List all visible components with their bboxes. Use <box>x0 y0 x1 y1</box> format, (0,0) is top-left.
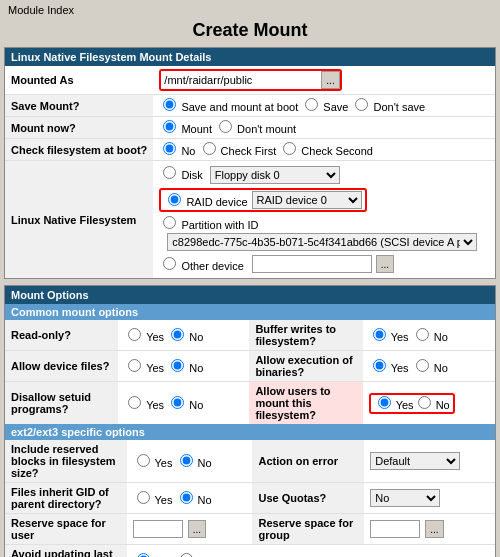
check-fs-row: Check filesystem at boot? No Check First… <box>5 139 495 161</box>
linux-native-fs-value: Disk Floppy disk 0 RAID device RAID devi… <box>153 161 495 279</box>
allow-users-highlight: Yes No <box>369 393 455 414</box>
allow-users-mount-value: Yes No <box>363 382 495 425</box>
reserve-user-browse-btn[interactable]: ... <box>188 520 206 538</box>
disallow-setuid-yes[interactable]: Yes <box>124 399 164 411</box>
ext-options-header: ext2/ext3 specific options <box>5 424 495 440</box>
partition-radio[interactable]: Partition with ID <box>159 219 258 231</box>
buffer-no[interactable]: No <box>412 331 448 343</box>
allow-exec-no[interactable]: No <box>412 362 448 374</box>
mount-options-header: Mount Options <box>5 286 495 304</box>
mounted-as-browse-btn[interactable]: ... <box>321 71 339 89</box>
buffer-yes[interactable]: Yes <box>369 331 409 343</box>
allow-users-yes[interactable]: Yes <box>374 396 414 411</box>
ext-row-4: Avoid updating last access times? Yes No <box>5 545 495 558</box>
partition-select-row: c8298edc-775c-4b35-b071-5c4f341abd66 (SC… <box>159 231 489 251</box>
action-on-error-value: Default <box>364 440 495 483</box>
ext-options-table: Include reserved blocks in filesystem si… <box>5 440 495 557</box>
read-only-yes[interactable]: Yes <box>124 331 164 343</box>
common-row-2: Allow device files? Yes No Allow executi… <box>5 351 495 382</box>
files-inherit-no[interactable]: No <box>176 494 212 506</box>
reserve-user-value: ... <box>127 514 253 545</box>
reserve-group-input[interactable] <box>370 520 420 538</box>
read-only-value: Yes No <box>118 320 249 351</box>
page-title: Create Mount <box>0 18 500 47</box>
buffer-writes-label: Buffer writes to filesystem? <box>249 320 362 351</box>
include-reserved-value: Yes No <box>127 440 253 483</box>
mounted-as-input[interactable] <box>161 71 321 89</box>
include-reserved-yes[interactable]: Yes <box>133 457 173 469</box>
check-fs-no[interactable]: No <box>159 145 195 157</box>
raid-option-row: RAID device RAID device 0 <box>159 186 489 214</box>
disallow-setuid-value: Yes No <box>118 382 249 425</box>
save-mount-option-3[interactable]: Don't save <box>351 101 425 113</box>
reserve-group-label: Reserve space for group <box>252 514 364 545</box>
disallow-setuid-label: Disallow setuid programs? <box>5 382 118 425</box>
raid-radio[interactable]: RAID device <box>164 193 247 208</box>
buffer-writes-value: Yes No <box>363 320 495 351</box>
partition-option-row: Partition with ID c8298edc-775c-4b35-b07… <box>159 214 489 253</box>
allow-exec-yes[interactable]: Yes <box>369 362 409 374</box>
common-mount-options-header: Common mount options <box>5 304 495 320</box>
disk-select[interactable]: Floppy disk 0 <box>210 166 340 184</box>
mounted-as-value: ... <box>153 66 495 95</box>
other-device-input[interactable] <box>252 255 372 273</box>
common-row-1: Read-only? Yes No Buffer writes to files… <box>5 320 495 351</box>
allow-device-label: Allow device files? <box>5 351 118 382</box>
allow-users-no[interactable]: No <box>414 396 450 411</box>
read-only-no[interactable]: No <box>167 331 203 343</box>
ext-row-2: Files inherit GID of parent directory? Y… <box>5 483 495 514</box>
top-nav: Module Index <box>0 0 500 18</box>
mount-now-option-2[interactable]: Don't mount <box>215 123 296 135</box>
ext-row-3: Reserve space for user ... Reserve space… <box>5 514 495 545</box>
use-quotas-select[interactable]: No <box>370 489 440 507</box>
files-inherit-label: Files inherit GID of parent directory? <box>5 483 127 514</box>
reserve-group-browse-btn[interactable]: ... <box>425 520 443 538</box>
ext-row-1: Include reserved blocks in filesystem si… <box>5 440 495 483</box>
common-row-3: Disallow setuid programs? Yes No Allow u… <box>5 382 495 425</box>
allow-device-value: Yes No <box>118 351 249 382</box>
check-fs-value: No Check First Check Second <box>153 139 495 161</box>
save-mount-option-2[interactable]: Save <box>301 101 348 113</box>
mounted-as-label: Mounted As <box>5 66 153 95</box>
other-device-browse-btn[interactable]: ... <box>376 255 394 273</box>
allow-execution-label: Allow execution of binaries? <box>249 351 362 382</box>
module-index-link[interactable]: Module Index <box>8 4 74 16</box>
reserve-user-label: Reserve space for user <box>5 514 127 545</box>
files-inherit-yes[interactable]: Yes <box>133 494 173 506</box>
include-reserved-no[interactable]: No <box>176 457 212 469</box>
mount-now-value: Mount Don't mount <box>153 117 495 139</box>
partition-select[interactable]: c8298edc-775c-4b35-b071-5c4f341abd66 (SC… <box>167 233 477 251</box>
disk-radio[interactable]: Disk <box>159 169 202 181</box>
save-mount-option-1[interactable]: Save and mount at boot <box>159 101 298 113</box>
reserve-user-input[interactable] <box>133 520 183 538</box>
include-reserved-label: Include reserved blocks in filesystem si… <box>5 440 127 483</box>
save-mount-value: Save and mount at boot Save Don't save <box>153 95 495 117</box>
use-quotas-label: Use Quotas? <box>252 483 364 514</box>
allow-users-mount-label: Allow users to mount this filesystem? <box>249 382 362 425</box>
avoid-updating-label: Avoid updating last access times? <box>5 545 127 558</box>
mount-options-section: Mount Options Common mount options Read-… <box>4 285 496 557</box>
raid-select[interactable]: RAID device 0 <box>252 191 362 209</box>
allow-device-no[interactable]: No <box>167 362 203 374</box>
linux-native-header: Linux Native Filesystem Mount Details <box>5 48 495 66</box>
allow-device-yes[interactable]: Yes <box>124 362 164 374</box>
read-only-label: Read-only? <box>5 320 118 351</box>
save-mount-row: Save Mount? Save and mount at boot Save … <box>5 95 495 117</box>
allow-execution-value: Yes No <box>363 351 495 382</box>
mounted-as-row: Mounted As ... <box>5 66 495 95</box>
save-mount-label: Save Mount? <box>5 95 153 117</box>
mount-now-label: Mount now? <box>5 117 153 139</box>
reserve-group-value: ... <box>364 514 495 545</box>
mount-now-option-1[interactable]: Mount <box>159 123 212 135</box>
check-fs-first[interactable]: Check First <box>199 145 277 157</box>
mounted-as-input-wrap: ... <box>159 69 341 91</box>
disallow-setuid-no[interactable]: No <box>167 399 203 411</box>
linux-native-fs-label: Linux Native Filesystem <box>5 161 153 279</box>
linux-native-section: Linux Native Filesystem Mount Details Mo… <box>4 47 496 279</box>
common-options-table: Read-only? Yes No Buffer writes to files… <box>5 320 495 424</box>
check-fs-second[interactable]: Check Second <box>279 145 373 157</box>
action-on-error-select[interactable]: Default <box>370 452 460 470</box>
other-radio[interactable]: Other device <box>159 257 243 272</box>
linux-native-fs-row: Linux Native Filesystem Disk Floppy disk… <box>5 161 495 279</box>
avoid-updating-value: Yes No <box>127 545 495 558</box>
